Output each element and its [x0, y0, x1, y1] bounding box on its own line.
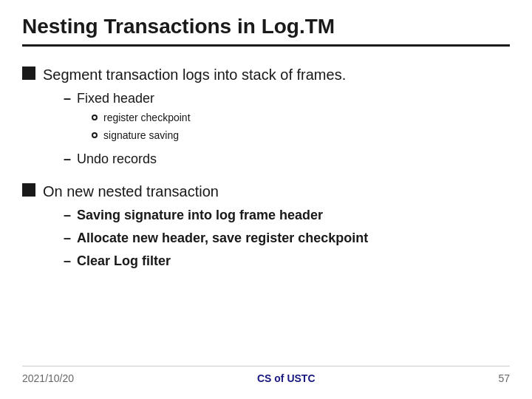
dash5: – [64, 252, 71, 270]
dash3: – [64, 206, 71, 225]
section1-sub2-label: Undo records [77, 150, 157, 168]
item-register: register checkpoint [92, 111, 191, 126]
section1-sub2: – Undo records [64, 150, 346, 168]
section2: On new nested transaction – Saving signa… [22, 181, 510, 276]
slide-footer: 2021/10/20 CS of USTC 57 [22, 366, 510, 384]
section1-sub1-content: Fixed header register checkpoint signatu… [77, 89, 191, 146]
section2-subitems: – Saving signature into log frame header… [64, 206, 368, 271]
section1: Segment transaction logs into stack of f… [22, 64, 510, 174]
section2-content: On new nested transaction – Saving signa… [43, 181, 368, 276]
section2-sub2: – Allocate new header, save register che… [64, 229, 368, 248]
section1-label: Segment transaction logs into stack of f… [43, 66, 346, 83]
dash2: – [64, 150, 71, 168]
dot1 [92, 115, 98, 120]
footer-page: 57 [498, 372, 510, 384]
item-signature: signature saving [92, 129, 191, 143]
section2-sub1: – Saving signature into log frame header [64, 206, 368, 225]
slide-content: Segment transaction logs into stack of f… [22, 54, 510, 366]
section2-sub3: – Clear Log filter [64, 252, 368, 270]
section2-sub1-label: Saving signature into log frame header [77, 206, 323, 225]
section1-sub1-items: register checkpoint signature saving [92, 111, 191, 143]
dash4: – [64, 229, 71, 248]
dot2 [92, 132, 98, 138]
section2-sub3-label: Clear Log filter [77, 252, 171, 270]
footer-center: CS of USTC [257, 372, 316, 384]
item-register-label: register checkpoint [103, 111, 191, 126]
dash1: – [64, 89, 71, 108]
item-signature-label: signature saving [103, 129, 179, 143]
bullet2-icon [22, 183, 35, 197]
section1-content: Segment transaction logs into stack of f… [43, 64, 346, 174]
section1-sub1: – Fixed header register checkpoint [64, 89, 346, 146]
footer-date: 2021/10/20 [22, 372, 74, 384]
slide-title: Nesting Transactions in Log.TM [22, 15, 510, 47]
section2-label: On new nested transaction [43, 183, 219, 200]
section1-subitems: – Fixed header register checkpoint [64, 89, 346, 169]
slide: Nesting Transactions in Log.TM Segment t… [0, 0, 532, 399]
section1-sub1-label: Fixed header [77, 91, 154, 106]
bullet1-icon [22, 66, 35, 80]
section2-sub2-label: Allocate new header, save register check… [77, 229, 368, 248]
